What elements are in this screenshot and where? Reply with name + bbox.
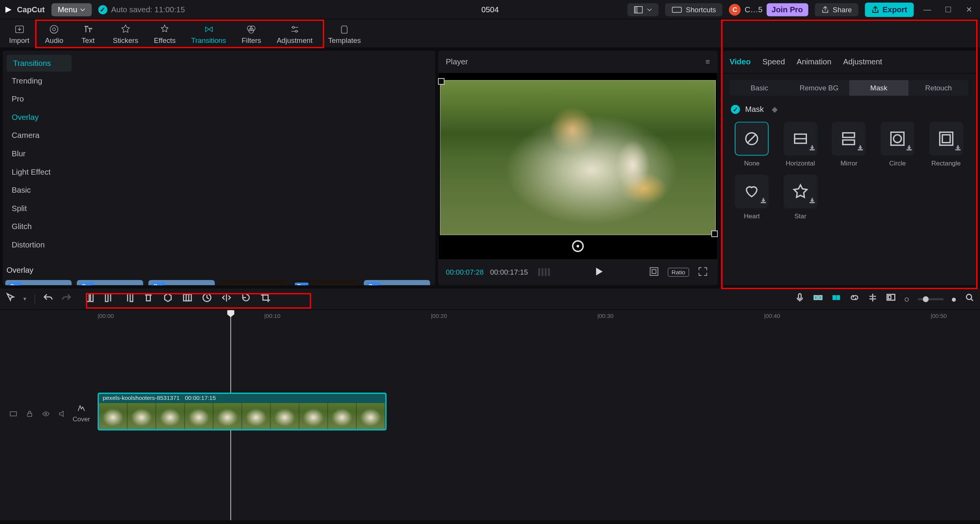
ratio-button[interactable]: Ratio <box>668 268 689 277</box>
transition-item[interactable]: ProWhite Flash II <box>364 280 430 285</box>
maximize-button[interactable]: ☐ <box>941 5 955 14</box>
video-clip[interactable]: pexels-koolshooters-8531371 00:00:17:15 <box>98 393 387 431</box>
account-cluster[interactable]: C C…5 Join Pro <box>729 3 808 16</box>
player-stage[interactable] <box>439 73 717 259</box>
inspector-tab-video[interactable]: Video <box>730 57 751 67</box>
safezone-icon[interactable] <box>647 266 661 278</box>
play-button[interactable] <box>593 266 604 278</box>
zoom-in-icon[interactable]: ● <box>951 294 957 304</box>
rotate-tool[interactable] <box>241 292 251 305</box>
shortcuts-button[interactable]: Shortcuts <box>665 3 722 16</box>
transition-item[interactable]: ProFan Out <box>77 280 144 285</box>
titlebar: CapCut Menu ✓ Auto saved: 11:00:15 0504 … <box>0 0 980 20</box>
mask-mirror[interactable]: Mirror <box>828 122 870 167</box>
close-button[interactable]: ✕ <box>962 5 976 14</box>
select-tool[interactable] <box>5 292 16 305</box>
library-cat-glitch[interactable]: Glitch <box>3 218 75 236</box>
tab-templates[interactable]: Templates <box>322 20 367 47</box>
library-cat-trending[interactable]: Trending <box>3 72 75 90</box>
track-lock-icon[interactable] <box>25 409 34 421</box>
video-preview[interactable] <box>440 80 715 235</box>
tab-import[interactable]: Import <box>3 20 36 47</box>
inspector-subtab-remove-bg[interactable]: Remove BG <box>789 80 849 96</box>
track-eye-icon[interactable] <box>42 409 50 421</box>
mask-none[interactable]: None <box>731 122 773 167</box>
library-cat-light-effect[interactable]: Light Effect <box>3 163 75 181</box>
tab-transitions[interactable]: Transitions <box>185 20 233 47</box>
library-cat-pro[interactable]: Pro <box>3 90 75 108</box>
crop-window-tool[interactable] <box>182 292 193 305</box>
tab-audio[interactable]: Audio <box>39 20 70 47</box>
delete-tool[interactable] <box>143 292 154 305</box>
mirror-tool[interactable] <box>221 292 232 305</box>
preview-icon[interactable] <box>886 292 896 305</box>
align-icon[interactable] <box>867 292 878 305</box>
mask-circle[interactable]: Circle <box>877 122 919 167</box>
redo-button[interactable] <box>61 292 72 305</box>
crop-tool[interactable] <box>260 292 271 305</box>
zoom-out-icon[interactable]: ○ <box>904 294 909 304</box>
mask-star[interactable]: Star <box>779 175 822 219</box>
inspector-subtab-basic[interactable]: Basic <box>730 80 789 96</box>
zoom-slider[interactable] <box>917 298 943 300</box>
track-area[interactable]: Cover pexels-koolshooters-8531371 00:00:… <box>0 324 980 521</box>
tab-adjustment-label: Adjustment <box>277 36 313 44</box>
minimize-button[interactable]: — <box>920 5 934 14</box>
cover-button[interactable]: Cover <box>70 403 93 423</box>
split-tool[interactable] <box>85 292 95 305</box>
transition-item[interactable]: ProStarli…verlay <box>292 280 359 285</box>
library-cat-overlay[interactable]: Overlay <box>3 108 75 126</box>
split-left-tool[interactable] <box>104 292 114 305</box>
share-label: Share <box>833 5 852 13</box>
share-button[interactable]: Share <box>815 3 859 16</box>
tab-text-label: Text <box>82 36 95 44</box>
inspector-tab-speed[interactable]: Speed <box>762 57 785 67</box>
player-title: Player <box>446 57 468 67</box>
mask-horizontal[interactable]: Horizontal <box>779 122 822 167</box>
inspector-tab-animation[interactable]: Animation <box>797 57 831 67</box>
marker-tool[interactable] <box>163 292 173 305</box>
ruler-tick: |00:30 <box>598 313 614 319</box>
split-right-tool[interactable] <box>124 292 134 305</box>
magnet-aux-icon[interactable] <box>831 292 841 305</box>
speed-tool[interactable] <box>202 292 212 305</box>
track-mute-icon[interactable] <box>58 409 66 421</box>
undo-button[interactable] <box>43 292 53 305</box>
link-icon[interactable] <box>849 292 860 305</box>
inspector-tab-adjustment[interactable]: Adjustment <box>843 57 882 67</box>
mask-diamond-icon[interactable]: ◆ <box>772 105 777 114</box>
library-cat-distortion[interactable]: Distortion <box>3 236 75 254</box>
mask-checkbox[interactable]: ✓ <box>731 105 740 114</box>
transform-handle-icon[interactable] <box>572 241 584 252</box>
tab-filters[interactable]: Filters <box>235 20 268 47</box>
track-settings-icon[interactable] <box>9 409 18 421</box>
mic-icon[interactable] <box>795 292 805 305</box>
library-cat-camera[interactable]: Camera <box>3 126 75 145</box>
library-cat-blur[interactable]: Blur <box>3 144 75 163</box>
magnet-main-icon[interactable] <box>813 292 823 305</box>
inspector-subtab-retouch[interactable]: Retouch <box>909 80 969 96</box>
timeline[interactable]: |00:00|00:10|00:20|00:30|00:40|00:50 Cov… <box>0 310 980 520</box>
fullscreen-icon[interactable] <box>696 266 710 278</box>
player-menu-icon[interactable]: ≡ <box>706 57 710 67</box>
tab-stickers[interactable]: Stickers <box>106 20 145 47</box>
tab-effects[interactable]: Effects <box>147 20 182 47</box>
mask-heart[interactable]: Heart <box>731 175 773 219</box>
tab-text[interactable]: Text <box>72 20 104 47</box>
transition-item[interactable]: Black Fade <box>220 280 287 285</box>
layout-toggle[interactable] <box>627 3 658 16</box>
library-cat-transitions[interactable]: Transitions <box>7 55 72 72</box>
join-pro-button[interactable]: Join Pro <box>766 3 808 16</box>
tab-adjustment[interactable]: Adjustment <box>270 20 319 47</box>
library-cat-split[interactable]: Split <box>3 199 75 218</box>
mask-rectangle[interactable]: Rectangle <box>925 122 967 167</box>
export-button[interactable]: Export <box>865 2 914 16</box>
time-ruler[interactable]: |00:00|00:10|00:20|00:30|00:40|00:50 <box>0 310 980 324</box>
select-dropdown-icon[interactable]: ▾ <box>23 296 27 302</box>
transition-item[interactable]: ProShimmer <box>5 280 72 285</box>
transition-item[interactable]: ProDisso… Zoom <box>149 280 215 285</box>
menu-button[interactable]: Menu <box>51 3 91 16</box>
inspector-subtab-mask[interactable]: Mask <box>849 80 909 96</box>
zoom-fit-icon[interactable] <box>964 292 975 305</box>
library-cat-basic[interactable]: Basic <box>3 181 75 200</box>
